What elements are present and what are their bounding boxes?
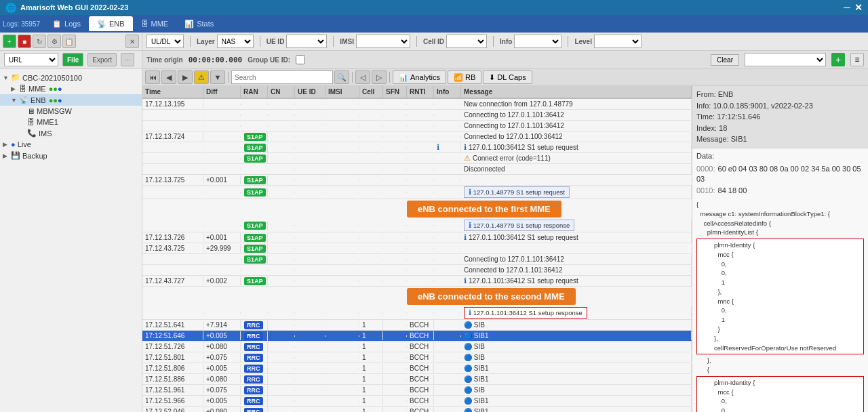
th-time[interactable]: Time [142, 86, 203, 98]
td-imsi [326, 281, 359, 282]
tree-mme[interactable]: ▶ 🗄 MME ●●● [0, 83, 142, 94]
clear-select[interactable] [745, 53, 826, 66]
log-row[interactable]: S1AP ℹ 127.0.1.48779 S1 setup request [142, 186, 692, 199]
td-message: 🔵 SIB1 [461, 407, 692, 412]
th-cell[interactable]: Cell [359, 86, 383, 98]
th-ran[interactable]: RAN [241, 86, 268, 98]
log-row[interactable]: 17.12.51.961+0.075RRC1BCCH🔵 SIB [142, 385, 692, 396]
rb-btn[interactable]: 📶 RB [448, 70, 481, 84]
imsi-select[interactable] [356, 35, 410, 48]
search-input[interactable] [231, 70, 333, 84]
add-log-btn[interactable]: + [831, 53, 845, 66]
sidebar-options-btn[interactable]: ⋯ [121, 53, 134, 66]
group-ue-checkbox[interactable] [296, 55, 305, 64]
nav-first-btn[interactable]: ⏮ [145, 70, 160, 84]
th-rnti[interactable]: RNTI [407, 86, 434, 98]
log-row[interactable]: S1AP ℹ 127.0.1.48779 S1 setup response [142, 219, 692, 232]
cellid-select[interactable] [446, 35, 487, 48]
settings-btn[interactable]: ⚙ [47, 35, 61, 48]
nav-left-btn[interactable]: ◁ [355, 70, 370, 84]
nav-next-btn[interactable]: ▶ [178, 70, 193, 84]
info-data[interactable]: Data: 0000:60 e0 04 03 80 08 0a 00 02 34… [692, 148, 868, 413]
th-message[interactable]: Message [461, 86, 692, 98]
tree-cbc[interactable]: ▼ 📁 CBC-2021050100 [0, 72, 142, 83]
log-row-highlighted[interactable]: 17:12:51.646 +0.005 RRC 1 BCCH 🔵 SIB1 [142, 331, 692, 342]
tab-logs[interactable]: 📋 Logs [44, 16, 89, 31]
tree-mme1[interactable]: 🗄 MME1 [0, 117, 142, 127]
td-cn [268, 192, 295, 193]
td-cn [268, 335, 295, 337]
log-row[interactable]: 17.12.51.966+0.005RRC1BCCH🔵 SIB1 [142, 396, 692, 407]
ueid-select[interactable] [286, 35, 327, 48]
th-cn[interactable]: CN [268, 86, 295, 98]
tree-mbmsgw[interactable]: 🖥 MBMSGW [0, 106, 142, 117]
tree-backup[interactable]: ▶ 💾 Backup [0, 150, 142, 161]
mme-status-dots: ●●● [49, 85, 62, 93]
mode-select[interactable]: UL/DLULDL [146, 35, 184, 48]
search-icon-btn[interactable]: 🔍 [334, 70, 349, 84]
dl-caps-btn[interactable]: ⬇ DL Caps [483, 70, 532, 84]
td-cn [268, 147, 295, 148]
td-rnti [407, 248, 434, 249]
log-row[interactable]: 17.12.13.726 +0.001 S1AP ℹ 127.0.1.100:3… [142, 232, 692, 243]
level-select[interactable] [594, 35, 642, 48]
analytics-btn[interactable]: 📊 Analytics [393, 70, 446, 84]
log-row[interactable]: 17.12.43.727 +0.002 S1AP ℹ 127.0.1.101:3… [142, 276, 692, 287]
layer-select[interactable]: NASRRCPDCP [217, 35, 254, 48]
file-btn[interactable]: File [62, 53, 83, 66]
info-select[interactable] [514, 35, 561, 48]
refresh-btn[interactable]: ↻ [33, 35, 46, 48]
connection-select[interactable]: URLServer [4, 53, 58, 66]
tree-ims[interactable]: 📞 IMS [0, 127, 142, 139]
copy-btn[interactable]: 📋 [62, 35, 76, 48]
tab-enb[interactable]: 📡 ENB [89, 16, 133, 31]
log-row[interactable]: 17.12.13.195 New connection from 127.0.1… [142, 99, 692, 110]
log-row[interactable]: S1AP ⚠ Connect error (code=111) [142, 153, 692, 164]
log-row[interactable]: Connecting to 127.0.1.101:36412 [142, 121, 692, 131]
log-row[interactable]: 17.12.51.726+0.080RRC1BCCH🔵 SIB [142, 342, 692, 352]
log-row[interactable]: 17.12.51.641 +7.914 RRC 1 BCCH 🔵 SIB [142, 320, 692, 331]
td-cn [268, 104, 295, 105]
th-ueid[interactable]: UE ID [295, 86, 326, 98]
menu-log-btn[interactable]: ≡ [850, 53, 864, 66]
log-row[interactable]: S1AP Connecting to 127.0.1.101:36412 [142, 254, 692, 265]
minimize-btn[interactable]: ─ [844, 2, 850, 13]
log-row[interactable]: 17.12.13.724 S1AP Connected to 127.0.1.1… [142, 131, 692, 142]
clear-btn[interactable]: Clear [711, 54, 739, 66]
warn-btn[interactable]: ⚠ [194, 70, 209, 84]
th-imsi[interactable]: IMSI [326, 86, 359, 98]
rb-label: RB [465, 73, 475, 81]
log-row[interactable]: Connecting to 127.0.1.101:36412 [142, 110, 692, 121]
add-btn[interactable]: + [3, 35, 16, 48]
tree-live[interactable]: ▶ ● Live [0, 139, 142, 150]
td-sfn [383, 125, 407, 127]
close-btn[interactable]: ✕ [854, 2, 863, 13]
nav-right-btn[interactable]: ▷ [372, 70, 387, 84]
tree-enb[interactable]: ▼ 📡 ENB ●●● [0, 94, 142, 106]
log-row[interactable]: S1AP ℹ ℹ 127.0.1.100:36412 S1 setup requ… [142, 142, 692, 153]
th-info[interactable]: Info [434, 86, 461, 98]
log-scroll[interactable]: 17.12.13.195 New connection from 127.0.1… [142, 99, 692, 412]
sidebar-close-btn[interactable]: ✕ [125, 35, 139, 48]
td-info [434, 368, 461, 369]
mme1-icon: 🗄 [27, 118, 35, 126]
tab-mme[interactable]: 🗄 MME [133, 16, 177, 31]
td-ran: S1AP [241, 132, 268, 142]
log-row[interactable]: 17.12.51.806+0.005RRC1BCCH🔵 SIB1 [142, 363, 692, 374]
log-row[interactable]: 17.12.51.886+0.080RRC1BCCH🔵 SIB1 [142, 374, 692, 385]
filter-btn[interactable]: ▼ [210, 70, 225, 84]
log-row[interactable]: 17.12.13.725 +0.001 S1AP [142, 175, 692, 186]
log-row[interactable]: ℹ 127.0.1.101:36412 S1 setup response [142, 306, 692, 320]
tab-stats[interactable]: 📊 Stats [176, 16, 222, 31]
log-row[interactable]: Disconnected [142, 164, 692, 175]
th-sfn[interactable]: SFN [383, 86, 407, 98]
log-row[interactable]: 17.12.52.046+0.080RRC1BCCH🔵 SIB1 [142, 407, 692, 412]
log-row[interactable]: 17.12.43.725 +29.999 S1AP [142, 243, 692, 254]
log-row[interactable]: Connected to 127.0.1.101:36412 [142, 265, 692, 276]
stop-btn[interactable]: ■ [18, 35, 31, 48]
nav-prev-btn[interactable]: ◀ [161, 70, 176, 84]
log-row[interactable]: 17.12.51.801+0.075RRC1BCCH🔵 SIB [142, 352, 692, 363]
log-table-header: Time Diff RAN CN UE ID IMSI Cell SFN RNT… [142, 86, 692, 99]
th-diff[interactable]: Diff [203, 86, 241, 98]
export-sidebar-btn[interactable]: Export [87, 53, 117, 66]
